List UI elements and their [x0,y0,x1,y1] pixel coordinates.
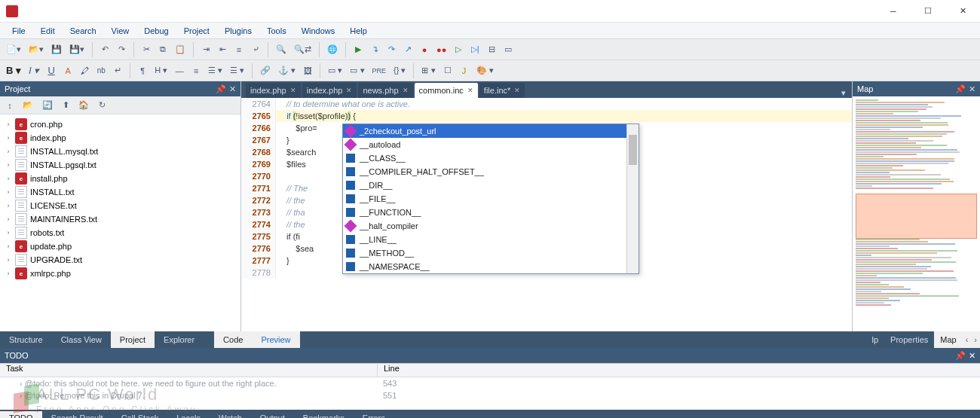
code-editor[interactable]: 2764 // to determine what one is active.… [241,98,852,331]
expand-button[interactable]: 📂 [20,98,36,113]
step-over-button[interactable]: ↷ [384,41,399,58]
home-button[interactable]: 🏠 [75,98,92,113]
autocomplete-item[interactable]: __halt_compiler [343,219,639,233]
list-button[interactable]: ☰ ▾ [227,63,247,79]
editor-tab[interactable]: index.php✕ [246,83,301,98]
tab-structure[interactable]: Structure [0,331,52,348]
menu-project[interactable]: Project [176,25,217,37]
close-button[interactable]: ✕ [945,0,980,23]
menu-view[interactable]: View [104,25,137,37]
tab-properties[interactable]: Properties [884,331,934,348]
autocomplete-item[interactable]: __COMPILER_HALT_OFFSET__ [343,165,639,178]
find-button[interactable]: 🔍 [273,41,289,58]
tab-class-view[interactable]: Class View [52,331,111,348]
autocomplete-item[interactable]: _2checkout_post_url [343,124,639,138]
tab-close-icon[interactable]: ✕ [290,87,296,94]
new-file-button[interactable]: 📄▾ [3,41,24,58]
menu-search[interactable]: Search [63,25,104,37]
hr-button[interactable]: — [172,63,187,79]
file-node[interactable]: ›INSTALL.txt [0,185,240,199]
cut-button[interactable]: ✂ [139,41,154,58]
autocomplete-popup[interactable]: _2checkout_post_url__autoload__CLASS____… [342,124,639,274]
indent-button[interactable]: ⇥ [198,41,213,58]
stop-button[interactable]: ⊟ [484,41,499,58]
copy-button[interactable]: ⧉ [155,41,170,58]
table-button[interactable]: ⊞ ▾ [418,63,438,79]
file-node[interactable]: ›INSTALL.pgsql.txt [0,158,240,172]
run-button[interactable]: ▶ [351,41,366,58]
bottom-tab-errors[interactable]: Errors [354,411,394,418]
font-color-button[interactable]: A [60,63,75,79]
sync-button[interactable]: 🔄 [39,98,56,113]
anchor-button[interactable]: ⚓ ▾ [275,63,299,79]
autocomplete-item[interactable]: __autoload [343,138,639,151]
italic-button[interactable]: I ▾ [26,63,42,79]
menu-debug[interactable]: Debug [136,25,176,37]
heading-button[interactable]: H ▾ [152,63,170,79]
minimap[interactable] [853,96,980,331]
pin-icon[interactable]: 📌 [955,84,966,94]
undo-button[interactable]: ↶ [97,41,112,58]
css-button[interactable]: 🎨 ▾ [473,63,497,79]
align-left-button[interactable]: ≡ [188,63,204,79]
step-into-button[interactable]: ↴ [367,41,382,58]
link-button[interactable]: 🔗 [257,63,274,79]
editor-tab[interactable]: news.php✕ [358,83,412,98]
autocomplete-item[interactable]: __CLASS__ [343,151,639,165]
nbsp-button[interactable]: nb [93,63,109,79]
menu-file[interactable]: File [5,25,33,37]
file-node[interactable]: ›exmlrpc.php [0,267,240,280]
todo-col-task[interactable]: Task [0,364,377,377]
outdent-button[interactable]: ⇤ [215,41,230,58]
maximize-button[interactable]: ☐ [911,0,945,23]
tab-project[interactable]: Project [111,331,155,348]
panel-close-icon[interactable]: ✕ [229,84,236,94]
tab-close-icon[interactable]: ✕ [467,87,473,94]
minimize-button[interactable]: ─ [876,0,911,23]
autocomplete-item[interactable]: __METHOD__ [343,246,639,260]
tab-code[interactable]: Code [214,331,252,348]
file-node[interactable]: ›ecron.php [0,117,240,131]
panel-close-icon[interactable]: ✕ [969,84,975,94]
tab-overflow-button[interactable]: ▾ [835,88,852,98]
underline-button[interactable]: U [44,63,59,79]
editor-tab[interactable]: index.php✕ [302,83,357,98]
file-tree[interactable]: ›ecron.php›eindex.php›INSTALL.mysql.txt›… [0,114,240,331]
browser-button[interactable]: 🌐 [324,41,341,58]
file-node[interactable]: ›eupdate.php [0,240,240,253]
autocomplete-item[interactable]: __FILE__ [343,192,639,206]
file-node[interactable]: ›einstall.php [0,172,240,185]
save-button[interactable]: 💾 [48,41,65,58]
bottom-tab-bookmarks[interactable]: Bookmarks [294,411,354,418]
autocomplete-item[interactable]: __FUNCTION__ [343,206,639,219]
todo-col-line[interactable]: Line [377,364,980,377]
file-node[interactable]: ›MAINTAINERS.txt [0,212,240,226]
form-button[interactable]: ☐ [440,63,455,79]
file-node[interactable]: ›robots.txt [0,226,240,240]
format-button[interactable]: ≡ [231,41,247,58]
breakpoint-button[interactable]: ● [417,41,432,58]
panel-close-icon[interactable]: ✕ [969,351,975,361]
scroll-right-button[interactable]: › [971,331,980,348]
autocomplete-scrollbar[interactable] [626,124,639,273]
autocomplete-item[interactable]: __LINE__ [343,233,639,246]
bottom-tab-watch[interactable]: Watch [210,411,251,418]
pause-button[interactable]: ▷| [467,41,482,58]
redo-button[interactable]: ↷ [114,41,129,58]
bold-button[interactable]: B ▾ [3,63,24,79]
menu-edit[interactable]: Edit [33,25,63,37]
tab-preview[interactable]: Preview [252,331,299,348]
image-button[interactable]: 🖼 [300,63,315,79]
step-out-button[interactable]: ↗ [400,41,415,58]
js-button[interactable]: J [457,63,472,79]
menu-windows[interactable]: Windows [294,25,343,37]
tab-lp[interactable]: lp [866,331,885,348]
span-button[interactable]: ▭ ▾ [347,63,367,79]
editor-tab[interactable]: common.inc✕ [415,83,478,98]
tab-close-icon[interactable]: ✕ [403,87,409,94]
autocomplete-item[interactable]: __NAMESPACE__ [343,260,639,273]
tab-close-icon[interactable]: ✕ [514,87,520,94]
bottom-tab-output[interactable]: Output [251,411,294,418]
breakpoints-button[interactable]: ●● [433,41,449,58]
menu-help[interactable]: Help [342,25,375,37]
